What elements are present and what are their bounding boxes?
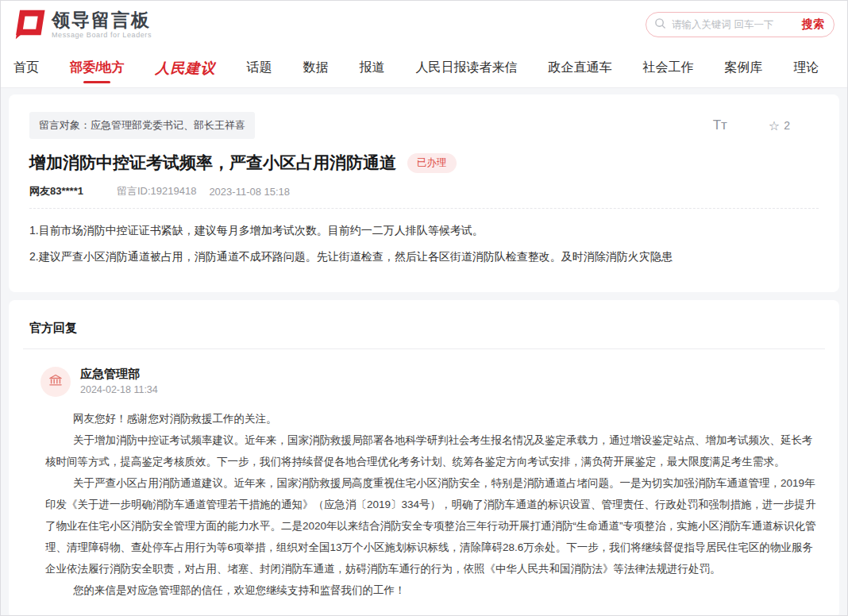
nav-item-ministries-local[interactable]: 部委/地方 bbox=[70, 49, 124, 87]
status-badge: 已办理 bbox=[407, 153, 457, 173]
reply-paragraph: 网友您好！感谢您对消防救援工作的关注。 bbox=[45, 408, 819, 429]
message-author: 网友83****1 bbox=[29, 184, 83, 198]
government-building-icon bbox=[48, 372, 64, 391]
star-icon: ☆ bbox=[769, 118, 780, 133]
message-board-logo-icon bbox=[12, 8, 45, 41]
reply-paragraph: 关于增加消防中控证考试频率建议。近年来，国家消防救援局部署各地科学研判社会考生报… bbox=[45, 429, 819, 472]
message-paragraph: 1.目前市场消防中控证证书紧缺，建议每月多增加考试次数。目前约一二万人排队等候考… bbox=[29, 221, 819, 239]
nav-item-theory[interactable]: 理论 bbox=[793, 49, 819, 87]
official-reply-card: 官方回复 应急管理部 bbox=[9, 300, 839, 615]
favorite-button[interactable]: ☆ 2 bbox=[769, 118, 790, 133]
top-bar: 领导留言板 Message Board for Leaders 搜索 bbox=[1, 1, 847, 48]
site-logo[interactable]: 领导留言板 Message Board for Leaders bbox=[12, 8, 152, 41]
message-body: 1.目前市场消防中控证证书紧缺，建议每月多增加考试次数。目前约一二万人排队等候考… bbox=[29, 221, 819, 266]
content-area: 留言对象：应急管理部党委书记、部长王祥喜 Tт ☆ 2 增加消防中控证考试频率，… bbox=[1, 88, 847, 615]
message-title: 增加消防中控证考试频率，严查小区占用消防通道 bbox=[29, 152, 396, 174]
favorite-count: 2 bbox=[784, 119, 790, 132]
divider bbox=[23, 348, 825, 349]
nav-item-social-work[interactable]: 社会工作 bbox=[642, 49, 693, 87]
message-paragraph: 2.建议严查小区消防通道被占用，消防通道不成环路问题。先让街道检查，然后让各区街… bbox=[29, 248, 819, 265]
nav-item-case-library[interactable]: 案例库 bbox=[724, 49, 762, 87]
search-box: 搜索 bbox=[646, 12, 835, 37]
nav-item-reports[interactable]: 报道 bbox=[359, 49, 384, 87]
reply-section-title: 官方回复 bbox=[29, 318, 819, 348]
nav-item-gov-enterprise[interactable]: 政企直通车 bbox=[548, 49, 611, 87]
page: 领导留言板 Message Board for Leaders 搜索 首页 部委… bbox=[0, 0, 848, 616]
main-nav: 首页 部委/地方 人民建议 话题 数据 报道 人民日报读者来信 政企直通车 社会… bbox=[1, 48, 847, 88]
search-icon bbox=[654, 17, 666, 33]
nav-item-reader-letters[interactable]: 人民日报读者来信 bbox=[415, 49, 517, 87]
site-subtitle: Message Board for Leaders bbox=[52, 31, 152, 39]
message-id: 留言ID:19219418 bbox=[117, 184, 196, 198]
nav-item-peoples-suggestions[interactable]: 人民建议 bbox=[155, 48, 215, 88]
reply-paragraph: 您的来信是对应急管理部的信任，欢迎您继续支持和监督我们的工作！ bbox=[45, 579, 819, 601]
nav-item-topics[interactable]: 话题 bbox=[246, 49, 272, 87]
search-button[interactable]: 搜索 bbox=[802, 17, 824, 32]
logo-text: 领导留言板 Message Board for Leaders bbox=[52, 10, 152, 39]
nav-item-home[interactable]: 首页 bbox=[13, 49, 39, 87]
divider bbox=[29, 208, 819, 209]
message-date: 2023-11-08 15:18 bbox=[209, 186, 290, 198]
reply-agency-name: 应急管理部 bbox=[80, 367, 158, 382]
reply-paragraph: 关于严查小区占用消防通道建议。近年来，国家消防救援局高度重视住宅小区消防安全，特… bbox=[45, 472, 819, 579]
reply-date: 2024-02-18 11:34 bbox=[80, 384, 158, 395]
nav-item-data[interactable]: 数据 bbox=[303, 49, 328, 87]
search-input[interactable] bbox=[672, 19, 802, 30]
reply-body: 网友您好！感谢您对消防救援工作的关注。 关于增加消防中控证考试频率建议。近年来，… bbox=[45, 408, 819, 601]
site-title: 领导留言板 bbox=[52, 10, 152, 30]
message-target-tag: 留言对象：应急管理部党委书记、部长王祥喜 bbox=[29, 112, 255, 139]
message-card: 留言对象：应急管理部党委书记、部长王祥喜 Tт ☆ 2 增加消防中控证考试频率，… bbox=[9, 94, 839, 292]
agency-avatar bbox=[40, 367, 71, 397]
font-size-icon[interactable]: Tт bbox=[713, 117, 727, 133]
